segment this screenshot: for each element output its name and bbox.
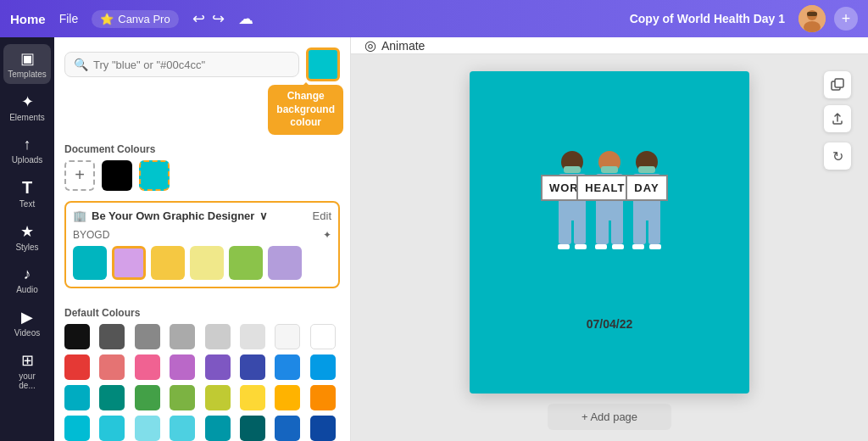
dc-yellow[interactable]	[240, 385, 265, 410]
worker-figure-3: DAY	[632, 151, 661, 249]
dc-vlgray[interactable]	[240, 324, 265, 349]
add-colour-button[interactable]: +	[64, 160, 95, 191]
canva-pro-button[interactable]: ⭐ Canva Pro	[92, 10, 178, 28]
dc-ddblue[interactable]	[310, 416, 336, 441]
refresh-button[interactable]: ↻	[824, 142, 851, 170]
redo-button[interactable]: ↪	[212, 9, 225, 28]
dc-lpurple[interactable]	[170, 354, 195, 380]
sidebar-item-yourdesign[interactable]: ⊞ your de...	[3, 346, 51, 395]
search-input-wrap[interactable]: 🔍	[64, 52, 299, 77]
canvas-toolbar: ◎ Animate	[351, 37, 868, 54]
sidebar-item-videos[interactable]: ▶ Videos	[3, 303, 51, 343]
dc-white[interactable]	[310, 324, 336, 349]
design-card[interactable]: WORLD	[470, 71, 749, 394]
dc-lcyan[interactable]	[99, 416, 125, 441]
dc-orange[interactable]	[310, 385, 336, 410]
canvas-actions: ↻	[824, 71, 851, 170]
svg-rect-3	[807, 12, 817, 16]
dc-red[interactable]	[64, 354, 90, 380]
dc-dgray[interactable]	[99, 324, 125, 349]
dc-mgray[interactable]	[135, 324, 160, 349]
dc-lgreen[interactable]	[170, 385, 195, 410]
dc-ddcyan[interactable]	[240, 416, 265, 441]
brand-title: 🏢 Be Your Own Graphic Designer ∨	[73, 209, 268, 222]
nav-right-group: +	[798, 5, 858, 32]
brand-colour-1[interactable]	[73, 246, 107, 280]
add-button[interactable]: +	[834, 7, 858, 31]
dc-mcyan[interactable]	[170, 416, 195, 441]
dc-dblue[interactable]	[275, 416, 300, 441]
dc-teal[interactable]	[99, 385, 125, 410]
sidebar-item-styles[interactable]: ★ Styles	[3, 217, 51, 257]
dc-lblue[interactable]	[310, 354, 336, 380]
sidebar-label-templates: Templates	[8, 70, 47, 79]
nav-file[interactable]: File	[59, 12, 79, 25]
document-title: Copy of World Health Day 1	[630, 12, 785, 25]
undo-button[interactable]: ↩	[192, 9, 205, 28]
templates-icon: ▣	[20, 49, 35, 68]
user-avatar[interactable]	[798, 5, 826, 32]
canvas-area: ◎ Animate ↻	[351, 37, 868, 441]
brand-colour-5[interactable]	[229, 246, 263, 280]
color-panel: 🔍 Change background colour Document Colo…	[54, 37, 351, 441]
animate-button[interactable]: ◎ Animate	[364, 37, 425, 53]
dc-mpurple[interactable]	[205, 354, 231, 380]
dc-skyblue[interactable]	[64, 416, 90, 441]
undo-redo-group: ↩ ↪	[192, 9, 225, 28]
brand-colour-6[interactable]	[268, 246, 302, 280]
duplicate-button[interactable]	[824, 71, 851, 98]
sidebar-label-text: Text	[19, 199, 35, 209]
default-colour-row-3	[64, 385, 340, 410]
text-icon: T	[22, 178, 32, 198]
brand-name-row: BYOGD ✦	[73, 229, 331, 241]
doc-colour-teal[interactable]	[139, 160, 170, 191]
sidebar-label-elements: Elements	[9, 113, 45, 122]
share-button[interactable]	[824, 105, 851, 132]
svg-rect-5	[835, 79, 843, 87]
sidebar-label-styles: Styles	[15, 243, 38, 252]
sidebar-label-uploads: Uploads	[12, 155, 43, 165]
add-page-button[interactable]: + Add page	[548, 404, 671, 430]
background-color-swatch[interactable]	[306, 47, 340, 81]
sidebar-item-elements[interactable]: ✦ Elements	[3, 87, 51, 127]
brand-edit-button[interactable]: Edit	[313, 209, 331, 222]
sidebar-item-templates[interactable]: ▣ Templates	[3, 44, 51, 84]
dc-pink[interactable]	[135, 354, 160, 380]
brand-colour-3[interactable]	[151, 246, 185, 280]
color-search-input[interactable]	[93, 59, 290, 71]
sidebar-item-text[interactable]: T Text	[3, 173, 51, 214]
dc-green[interactable]	[135, 385, 160, 410]
default-colours-header: Default Colours	[54, 299, 350, 324]
sidebar-item-uploads[interactable]: ↑ Uploads	[3, 131, 51, 170]
dc-black[interactable]	[64, 324, 90, 349]
brand-header: 🏢 Be Your Own Graphic Designer ∨ Edit	[73, 209, 331, 222]
document-colours-row: +	[54, 160, 350, 201]
uploads-icon: ↑	[24, 136, 31, 154]
worker-figure-2: HEALTH	[595, 151, 624, 249]
dc-indigo[interactable]	[240, 354, 265, 380]
top-navigation: Home File ⭐ Canva Pro ↩ ↪ ☁ Copy of Worl…	[0, 0, 868, 37]
dc-nearwhite[interactable]	[275, 324, 300, 349]
dc-vlcyan[interactable]	[135, 416, 160, 441]
dc-blue[interactable]	[275, 354, 300, 380]
cloud-save-icon[interactable]: ☁	[238, 9, 253, 28]
sidebar-item-audio[interactable]: ♪ Audio	[3, 260, 51, 299]
dc-cyan[interactable]	[64, 385, 90, 410]
default-colour-row-1	[64, 324, 340, 349]
dc-amber[interactable]	[275, 385, 300, 410]
nav-home[interactable]: Home	[10, 12, 46, 26]
dc-lime[interactable]	[205, 385, 231, 410]
brand-colour-2[interactable]	[112, 246, 146, 280]
dc-dcyan[interactable]	[205, 416, 231, 441]
doc-colour-black[interactable]	[102, 160, 132, 191]
dc-lred[interactable]	[99, 354, 125, 380]
sidebar-label-yourdesign: your de...	[10, 371, 44, 390]
dc-lgray[interactable]	[205, 324, 231, 349]
brand-chevron-icon[interactable]: ∨	[259, 209, 268, 222]
dc-gray[interactable]	[170, 324, 195, 349]
sidebar-label-videos: Videos	[14, 328, 40, 338]
brand-icon: 🏢	[73, 209, 86, 222]
animate-circle-icon: ◎	[364, 37, 376, 53]
brand-colour-4[interactable]	[190, 246, 224, 280]
main-area: ▣ Templates ✦ Elements ↑ Uploads T Text …	[0, 37, 868, 441]
